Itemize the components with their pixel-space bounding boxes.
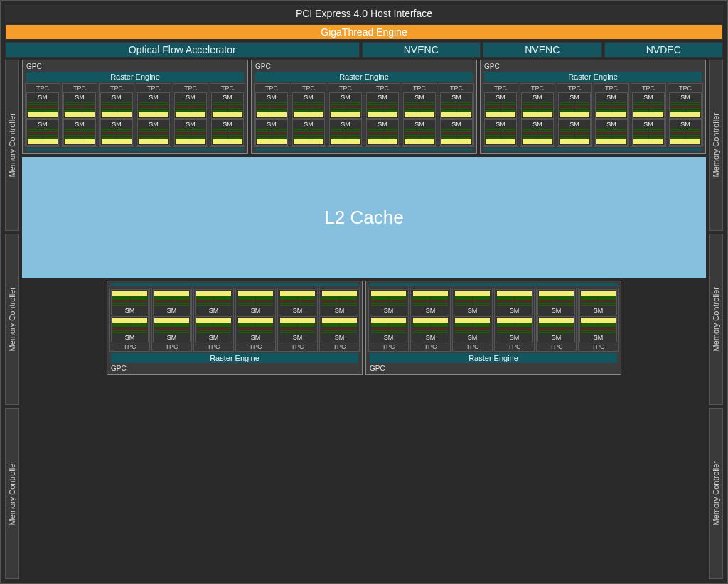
tpc-block: SMSMTPC: [151, 288, 192, 352]
tpc-row: SMSMTPCSMSMTPCSMSMTPCSMSMTPCSMSMTPCSMSMT…: [109, 288, 360, 352]
sm-label: SM: [28, 94, 58, 101]
gpc-block: GPCRaster EngineTPCSMSMTPCSMSMTPCSMSMTPC…: [251, 60, 477, 154]
tpc-label: TPC: [292, 85, 325, 92]
gpc-block: GPCRaster EngineTPCSMSMTPCSMSMTPCSMSMTPC…: [480, 60, 706, 154]
sm-block: SM: [558, 119, 591, 146]
tpc-block: TPCSMSM: [402, 83, 437, 147]
sm-block: SM: [237, 289, 274, 315]
sm-label: SM: [371, 307, 406, 314]
sm-cores: [238, 318, 273, 333]
sm-cores: [139, 129, 168, 144]
nvenc-block-1: NVENC: [362, 42, 481, 58]
sm-label: SM: [581, 334, 616, 341]
sm-block: SM: [454, 289, 491, 315]
tpc-block: TPCSMSM: [173, 83, 208, 147]
tpc-block: TPCSMSM: [557, 83, 592, 147]
sm-block: SM: [440, 119, 473, 146]
sm-block: SM: [537, 289, 575, 315]
raster-engine: Raster Engine: [26, 72, 244, 82]
tpc-label: TPC: [237, 343, 274, 350]
tpc-block: TPCSMSM: [668, 83, 703, 147]
sm-label: SM: [102, 94, 132, 101]
tpc-label: TPC: [63, 85, 96, 92]
sm-label: SM: [455, 334, 490, 341]
sm-block: SM: [153, 316, 191, 342]
gpc-label: GPC: [25, 63, 245, 70]
tpc-block: SMSMTPC: [578, 288, 619, 352]
sm-label: SM: [213, 121, 242, 128]
sm-cores: [280, 291, 315, 306]
sm-label: SM: [413, 307, 448, 314]
tpc-block: TPCSMSM: [594, 83, 629, 147]
tpc-label: TPC: [321, 343, 358, 350]
sm-block: SM: [370, 289, 407, 315]
gpc-block: GPCRaster EngineTPCSMSMTPCSMSMTPCSMSMTPC…: [22, 60, 248, 154]
sm-label: SM: [294, 121, 323, 128]
sm-label: SM: [257, 94, 287, 101]
sm-label: SM: [441, 94, 471, 101]
sm-block: SM: [496, 289, 533, 315]
sm-label: SM: [405, 94, 434, 101]
sm-cores: [238, 291, 273, 306]
sm-block: SM: [137, 119, 170, 146]
sm-label: SM: [280, 334, 315, 341]
gpu-chip-diagram: PCI Express 4.0 Host Interface GigaThrea…: [0, 0, 728, 584]
sm-label: SM: [331, 94, 360, 101]
gpc-label: GPC: [483, 63, 703, 70]
sm-block: SM: [558, 92, 591, 119]
sm-cores: [28, 129, 58, 144]
sm-label: SM: [596, 121, 626, 128]
sm-label: SM: [633, 94, 663, 101]
tpc-block: TPCSMSM: [328, 83, 363, 147]
sm-block: SM: [440, 92, 473, 119]
tpc-block: TPCSMSM: [291, 83, 326, 147]
sm-label: SM: [581, 307, 616, 314]
sm-label: SM: [154, 334, 189, 341]
sm-label: SM: [539, 307, 574, 314]
tpc-label: TPC: [579, 343, 617, 350]
tpc-block: SMSMTPC: [319, 288, 360, 352]
sm-block: SM: [632, 119, 665, 146]
sm-cores: [486, 129, 515, 144]
sm-cores: [405, 129, 434, 144]
sm-block: SM: [329, 92, 362, 119]
sm-block: SM: [255, 92, 288, 119]
memory-controller: Memory Controller: [709, 234, 723, 405]
tpc-label: TPC: [403, 85, 436, 92]
sm-cores: [455, 318, 490, 333]
sm-block: SM: [195, 289, 232, 315]
sm-cores: [196, 318, 231, 333]
sm-block: SM: [403, 92, 436, 119]
tpc-label: TPC: [137, 85, 170, 92]
sm-block: SM: [137, 92, 170, 119]
sm-block: SM: [484, 119, 517, 146]
sm-cores: [294, 102, 323, 117]
sm-cores: [486, 102, 515, 117]
sm-cores: [102, 102, 132, 117]
sm-block: SM: [595, 119, 628, 146]
sm-block: SM: [153, 289, 191, 315]
sm-cores: [539, 318, 574, 333]
chip-body: Memory ControllerMemory ControllerMemory…: [5, 60, 723, 579]
tpc-label: TPC: [211, 85, 244, 92]
sm-cores: [670, 102, 700, 117]
sm-cores: [405, 102, 434, 117]
tpc-block: TPCSMSM: [365, 83, 400, 147]
tpc-block: TPCSMSM: [136, 83, 171, 147]
tpc-label: TPC: [329, 85, 362, 92]
memory-controller: Memory Controller: [5, 234, 19, 405]
tpc-row: TPCSMSMTPCSMSMTPCSMSMTPCSMSMTPCSMSMTPCSM…: [483, 83, 703, 147]
sm-block: SM: [669, 119, 702, 146]
sm-cores: [331, 102, 360, 117]
tpc-label: TPC: [111, 343, 149, 350]
sm-cores: [455, 291, 490, 306]
pcie-host-interface: PCI Express 4.0 Host Interface: [5, 5, 723, 22]
sm-block: SM: [454, 316, 491, 342]
sm-block: SM: [292, 119, 325, 146]
tpc-label: TPC: [370, 343, 407, 350]
sm-label: SM: [523, 94, 552, 101]
sm-cores: [65, 102, 95, 117]
sm-block: SM: [329, 119, 362, 146]
sm-block: SM: [174, 119, 207, 146]
sm-block: SM: [595, 92, 628, 119]
